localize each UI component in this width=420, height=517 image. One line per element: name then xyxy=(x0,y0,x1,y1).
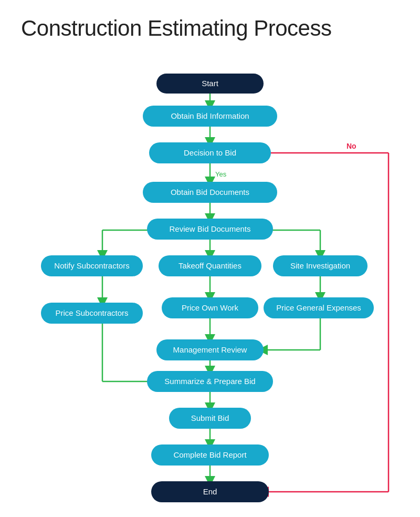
site-investigation-node: Site Investigation xyxy=(273,255,368,276)
price-general-expenses-node: Price General Expenses xyxy=(264,297,374,318)
takeoff-quantities-node: Takeoff Quantities xyxy=(159,255,261,276)
end-node: End xyxy=(151,481,269,502)
svg-text:Yes: Yes xyxy=(215,170,227,178)
management-review-node: Management Review xyxy=(156,339,264,360)
summarize-prepare-bid-node: Summarize & Prepare Bid xyxy=(147,371,273,392)
page-title: Construction Estimating Process xyxy=(21,16,399,41)
complete-bid-report-node: Complete Bid Report xyxy=(151,444,269,466)
decision-to-bid-node: Decision to Bid xyxy=(149,142,271,163)
start-node: Start xyxy=(156,74,264,94)
review-bid-docs-node: Review Bid Documents xyxy=(147,219,273,240)
price-subcontractors-node: Price Subcontractors xyxy=(41,303,143,324)
obtain-bid-docs-node: Obtain Bid Documents xyxy=(143,182,277,203)
price-own-work-node: Price Own Work xyxy=(162,297,258,318)
obtain-bid-info-node: Obtain Bid Information xyxy=(143,106,277,127)
svg-text:No: No xyxy=(346,142,356,150)
submit-bid-node: Submit Bid xyxy=(169,408,251,429)
notify-subcontractors-node: Notify Subcontractors xyxy=(41,255,143,276)
